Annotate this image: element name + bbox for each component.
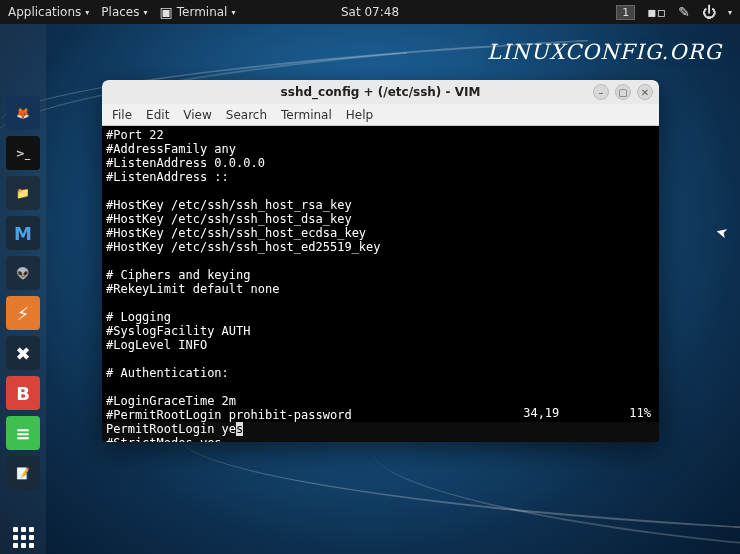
active-app-menu[interactable]: ▣Terminal▾ <box>160 4 236 20</box>
dock-armitage[interactable]: 👽 <box>6 256 40 290</box>
power-icon[interactable]: ⏻ <box>702 4 716 20</box>
menu-edit[interactable]: Edit <box>146 108 169 122</box>
show-apps-button[interactable] <box>6 520 40 554</box>
editor-after-line: #StrictModes yes <box>106 436 222 442</box>
dock-maltego[interactable]: ✖ <box>6 336 40 370</box>
places-menu[interactable]: Places▾ <box>101 4 147 20</box>
menu-help[interactable]: Help <box>346 108 373 122</box>
applications-menu[interactable]: Applications▾ <box>8 4 89 20</box>
vim-status-percent: 11% <box>629 406 651 420</box>
terminal-menubar: FileEditViewSearchTerminalHelp <box>102 104 659 126</box>
maximize-button[interactable]: ▢ <box>615 84 631 100</box>
menu-terminal[interactable]: Terminal <box>281 108 332 122</box>
close-button[interactable]: ✕ <box>637 84 653 100</box>
dock-terminal[interactable]: >_ <box>6 136 40 170</box>
editor-active-line-pre: PermitRootLogin ye <box>106 422 236 436</box>
recorder-icon[interactable]: ▪▫ <box>647 4 666 20</box>
dock-beef[interactable]: B <box>6 376 40 410</box>
gnome-topbar: Applications▾ Places▾ ▣Terminal▾ Sat 07:… <box>0 0 740 24</box>
window-titlebar[interactable]: sshd_config + (/etc/ssh) - VIM – ▢ ✕ <box>102 80 659 104</box>
cursor: s <box>236 422 243 436</box>
terminal-icon: ▣ <box>160 4 173 20</box>
system-menu-chevron-icon[interactable]: ▾ <box>728 8 732 17</box>
dock-faraday[interactable]: ≡ <box>6 416 40 450</box>
editor-viewport[interactable]: #Port 22 #AddressFamily any #ListenAddre… <box>102 126 659 422</box>
editor-text: #Port 22 #AddressFamily any #ListenAddre… <box>106 128 381 422</box>
dock-firefox[interactable]: 🦊 <box>6 96 40 130</box>
dock-files[interactable]: 📁 <box>6 176 40 210</box>
vim-status-position: 34,19 <box>523 406 559 420</box>
menu-view[interactable]: View <box>183 108 211 122</box>
mouse-pointer-icon: ➤ <box>714 223 729 241</box>
wallpaper-watermark: LINUXCONFIG.ORG <box>487 40 722 64</box>
workspace-indicator[interactable]: 1 <box>616 5 635 20</box>
dock-burp[interactable]: ⚡ <box>6 296 40 330</box>
menu-file[interactable]: File <box>112 108 132 122</box>
dock-metasploit[interactable]: M <box>6 216 40 250</box>
dock-leafpad[interactable]: 📝 <box>6 456 40 490</box>
window-title: sshd_config + (/etc/ssh) - VIM <box>281 85 481 99</box>
minimize-button[interactable]: – <box>593 84 609 100</box>
dash-dock: 🦊>_📁M👽⚡✖B≡📝 <box>0 24 46 554</box>
accessibility-icon[interactable]: ✎ <box>678 4 690 20</box>
menu-search[interactable]: Search <box>226 108 267 122</box>
terminal-window: sshd_config + (/etc/ssh) - VIM – ▢ ✕ Fil… <box>102 80 659 442</box>
clock[interactable]: Sat 07:48 <box>341 5 399 19</box>
